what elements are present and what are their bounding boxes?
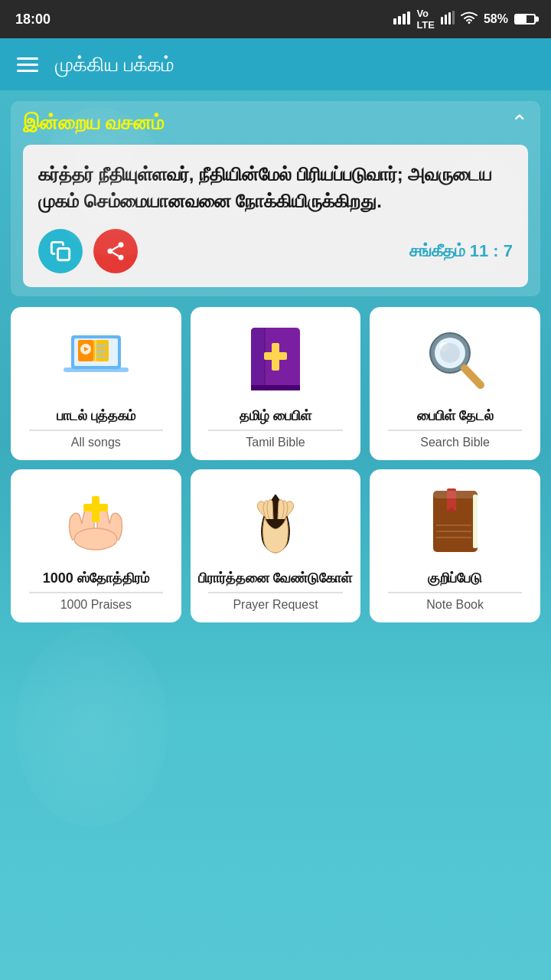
svg-point-10 [108, 248, 113, 253]
svg-line-12 [112, 252, 119, 256]
copy-button[interactable] [38, 229, 83, 273]
tamil-bible-title-tamil: தமிழ் பைபிள் [240, 407, 311, 425]
svg-rect-40 [83, 504, 108, 511]
divider [388, 430, 523, 431]
menu-button[interactable] [17, 57, 38, 72]
notebook-icon [425, 487, 485, 557]
notebook-title-eng: Note Book [426, 598, 484, 612]
prayer-title-tamil: பிரார்த்தனை வேண்டுகோள் [198, 570, 352, 587]
prayer-icon-area [197, 483, 355, 562]
praises-icon [62, 487, 129, 557]
signal2-icon [441, 11, 455, 28]
divider [29, 430, 164, 431]
songbook-card[interactable]: பாடல் புத்தகம் All songs [11, 307, 181, 460]
verse-buttons [38, 229, 138, 273]
tamil-bible-icon [245, 324, 306, 397]
songbook-title-tamil: பாடல் புத்தகம் [57, 407, 135, 425]
tamil-bible-title-eng: Tamil Bible [246, 436, 305, 449]
svg-line-36 [465, 368, 481, 385]
svg-line-13 [112, 246, 119, 250]
verse-section-title: இன்றைய வசனம் [23, 111, 164, 135]
praises-title-tamil: 1000 ஸ்தோத்திரம் [43, 570, 149, 587]
songbook-icon-area [17, 321, 175, 400]
app-bar: முக்கிய பக்கம் [0, 38, 551, 90]
battery-percent: 58% [484, 12, 508, 26]
songbook-icon [60, 329, 132, 390]
svg-point-11 [119, 254, 124, 260]
verse-section: இன்றைய வசனம் ⌃ கர்த்தர் நீதியுள்ளவர், நீ… [11, 101, 540, 296]
praises-card[interactable]: 1000 ஸ்தோத்திரம் 1000 Praises [11, 469, 181, 622]
divider [208, 592, 343, 593]
svg-rect-2 [403, 14, 406, 24]
share-button[interactable] [93, 229, 138, 273]
prayer-card[interactable]: பிரார்த்தனை வேண்டுகோள் Prayer Request [191, 469, 361, 622]
notebook-title-tamil: குறிப்பேடு [428, 570, 482, 587]
search-bible-icon [421, 325, 490, 394]
copy-icon [50, 240, 71, 262]
divider [388, 592, 523, 593]
search-bible-title-eng: Search Bible [420, 436, 490, 449]
divider [208, 430, 343, 431]
search-bible-title-tamil: பைபிள் தேடல் [417, 407, 494, 425]
svg-rect-1 [398, 16, 401, 24]
divider [29, 592, 164, 593]
svg-rect-28 [251, 328, 265, 390]
verse-header: இன்றைய வசனம் ⌃ [23, 110, 528, 136]
svg-rect-0 [393, 18, 396, 24]
menu-grid-row2: 1000 ஸ்தோத்திரம் 1000 Praises [11, 469, 540, 622]
svg-point-38 [74, 528, 117, 550]
verse-actions: சங்கீதம் 11 : 7 [38, 229, 513, 273]
search-bible-card[interactable]: பைபிள் தேடல் Search Bible [370, 307, 540, 460]
collapse-icon[interactable]: ⌃ [510, 110, 528, 136]
svg-point-37 [440, 343, 460, 363]
menu-grid-row1: பாடல் புத்தகம் All songs [11, 307, 540, 460]
svg-rect-44 [433, 491, 478, 498]
app-title: முக்கிய பக்கம் [55, 53, 174, 77]
main-content: இன்றைய வசனம் ⌃ கர்த்தர் நீதியுள்ளவர், நீ… [0, 90, 551, 647]
share-icon [105, 240, 126, 262]
search-bible-icon-area [376, 321, 534, 400]
svg-rect-7 [452, 11, 455, 24]
notebook-card[interactable]: குறிப்பேடு Note Book [370, 469, 540, 622]
praises-title-eng: 1000 Praises [60, 598, 132, 612]
svg-rect-8 [58, 248, 70, 260]
notebook-icon-area [376, 483, 534, 562]
signal-icon [393, 11, 410, 28]
svg-rect-5 [445, 15, 447, 24]
battery-icon [514, 14, 536, 24]
lte-label: VoLTE [416, 8, 435, 31]
svg-rect-3 [407, 11, 410, 24]
songbook-title-eng: All songs [71, 436, 121, 449]
wifi-icon [461, 11, 478, 28]
status-icons: VoLTE 58% [393, 8, 536, 31]
prayer-icon [246, 487, 305, 557]
svg-rect-31 [264, 352, 287, 360]
verse-card: கர்த்தர் நீதியுள்ளவர், நீதியின்மேல் பிரி… [23, 145, 528, 287]
svg-rect-32 [251, 385, 300, 390]
tamil-bible-icon-area [197, 321, 355, 400]
svg-point-9 [119, 242, 124, 247]
verse-reference: சங்கீதம் 11 : 7 [409, 241, 513, 261]
prayer-title-eng: Prayer Request [233, 598, 318, 612]
verse-text: கர்த்தர் நீதியுள்ளவர், நீதியின்மேல் பிரி… [38, 162, 513, 215]
tamil-bible-card[interactable]: தமிழ் பைபிள் Tamil Bible [191, 307, 361, 460]
svg-rect-4 [441, 17, 443, 24]
status-bar: 18:00 VoLTE [0, 0, 551, 38]
svg-rect-6 [448, 12, 451, 24]
time-display: 18:00 [15, 11, 51, 28]
praises-icon-area [17, 483, 175, 562]
svg-rect-45 [473, 495, 478, 548]
